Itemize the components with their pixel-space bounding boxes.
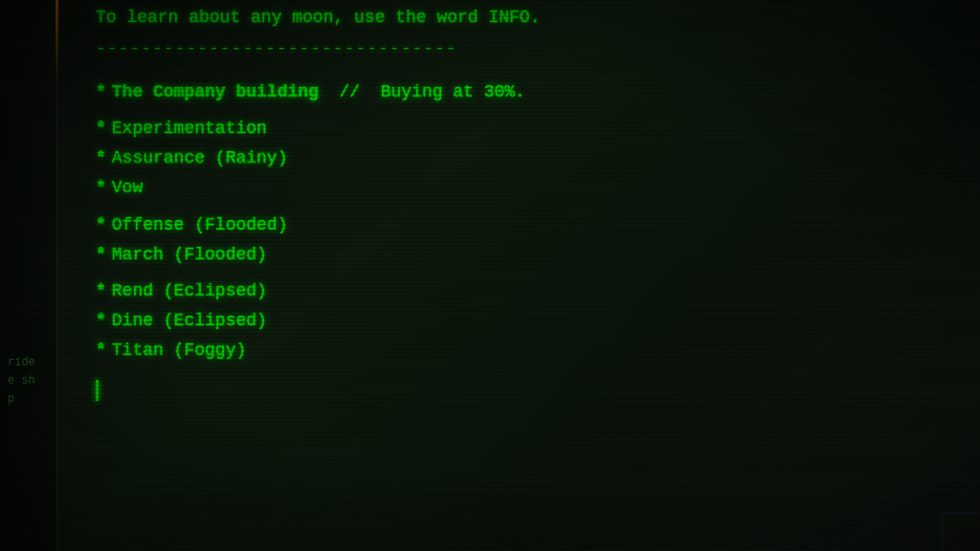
bullet-company: * (96, 78, 106, 106)
experimentation-label: Experimentation (112, 115, 267, 143)
list-item-experimentation: * Experimentation (96, 115, 919, 143)
dine-label: Dine (Eclipsed) (112, 307, 267, 335)
list-item-company: * The Company building // Buying at 30%. (96, 78, 919, 106)
bullet-1: * (96, 115, 106, 143)
section-company: * The Company building // Buying at 30%. (96, 78, 919, 106)
bullet-7: * (96, 307, 106, 335)
main-content: To learn about any moon, use the word IN… (77, 0, 938, 551)
terminal-cursor (96, 380, 99, 401)
bullet-4: * (96, 211, 106, 239)
vow-label: Vow (112, 174, 143, 202)
deco-rect-1 (942, 513, 980, 551)
divider-line: -------------------------------- (96, 35, 919, 63)
left-panel: ride e sh p (0, 0, 57, 551)
list-item-vow: * Vow (96, 174, 919, 202)
orange-accent (56, 0, 58, 77)
list-item-assurance: * Assurance (Rainy) (96, 144, 919, 172)
bullet-6: * (96, 277, 106, 305)
list-item-march: * March (Flooded) (96, 241, 919, 269)
bullet-5: * (96, 241, 106, 269)
list-item-dine: * Dine (Eclipsed) (96, 307, 919, 335)
assurance-label: Assurance (Rainy) (112, 144, 288, 172)
section-flooded: * Offense (Flooded) * March (Flooded) (96, 211, 919, 269)
offense-label: Offense (Flooded) (112, 211, 288, 239)
march-label: March (Flooded) (112, 241, 267, 269)
rend-label: Rend (Eclipsed) (112, 277, 267, 305)
section-normal: * Experimentation * Assurance (Rainy) * … (96, 115, 919, 201)
bullet-8: * (96, 337, 106, 364)
section-eclipsed: * Rend (Eclipsed) * Dine (Eclipsed) * Ti… (96, 277, 919, 364)
cursor-line (96, 380, 919, 401)
header-line: To learn about any moon, use the word IN… (96, 0, 919, 32)
company-bold: The Company building (112, 82, 319, 101)
list-item-titan: * Titan (Foggy) (96, 337, 919, 364)
titan-label: Titan (Foggy) (112, 337, 246, 364)
bullet-2: * (96, 144, 106, 172)
left-side-partial-text: ride e sh p (8, 354, 35, 409)
company-text: The Company building // Buying at 30%. (112, 78, 525, 106)
list-item-offense: * Offense (Flooded) (96, 211, 919, 239)
list-item-rend: * Rend (Eclipsed) (96, 277, 919, 305)
header-text: To learn about any moon, use the word IN… (96, 8, 540, 27)
bullet-3: * (96, 174, 106, 202)
